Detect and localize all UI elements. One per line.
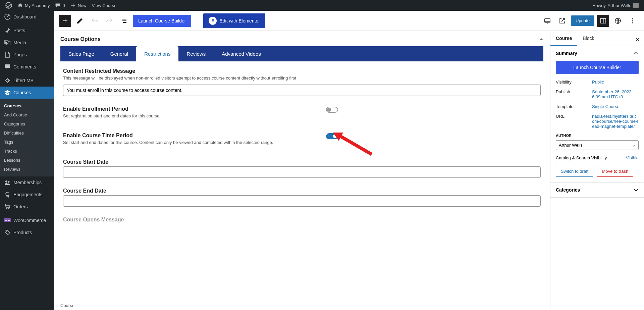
view-course-link[interactable]: View Course xyxy=(89,0,119,11)
comment-icon xyxy=(55,3,60,8)
wp-logo[interactable] xyxy=(3,0,15,11)
plus-icon xyxy=(70,3,76,8)
home-icon xyxy=(17,3,23,8)
greeting-link[interactable]: Howdy, Arthur Wells xyxy=(590,0,641,11)
site-name: My Academy xyxy=(25,3,50,8)
avatar-icon xyxy=(633,3,639,8)
comments-link[interactable]: 0 xyxy=(52,0,67,11)
site-name-link[interactable]: My Academy xyxy=(15,0,52,11)
new-link[interactable]: New xyxy=(68,0,89,11)
admin-bar: My Academy 0 New View Course Howdy, Arth… xyxy=(0,0,644,11)
